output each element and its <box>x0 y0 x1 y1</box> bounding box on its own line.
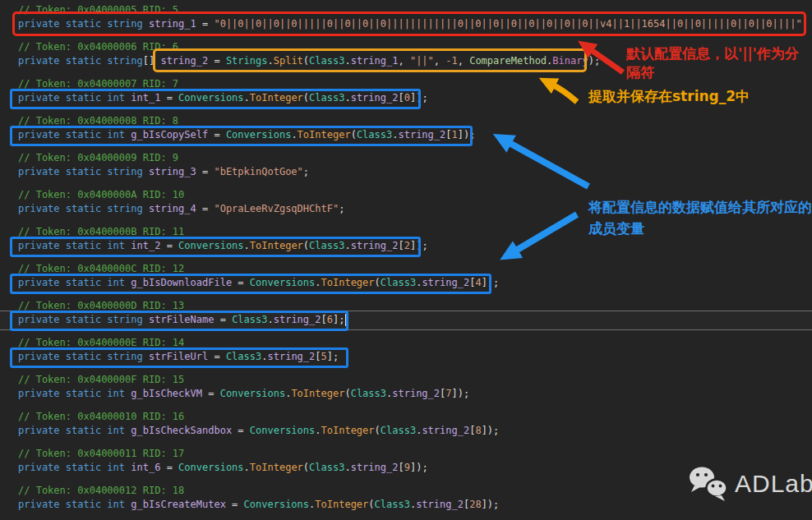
code-block: // Token: 0x04000010 RID: 16private stat… <box>18 411 808 448</box>
code-block: // Token: 0x04000009 RID: 9private stati… <box>18 152 808 189</box>
code-block: // Token: 0x0400000C RID: 12private stat… <box>18 263 808 300</box>
annotation-assign-members: 将配置信息的数据赋值给其所对应的 成员变量 <box>588 196 812 239</box>
annotation-extract-save: 提取并保存在string_2中 <box>588 87 750 106</box>
code-line[interactable]: private static int g_bIsDownloadFile = C… <box>18 277 808 289</box>
text-caret <box>345 314 346 326</box>
code-comment: // Token: 0x04000010 RID: 16 <box>18 411 808 425</box>
decompiler-code-view: // Token: 0x04000005 RID: 5private stati… <box>0 0 812 520</box>
code-comment: // Token: 0x0400000E RID: 14 <box>18 337 808 351</box>
watermark: ADLab <box>687 464 812 504</box>
annotation-default-config: 默认配置信息，以'||'作为分隔符 <box>626 44 812 82</box>
code-line[interactable]: private static int g_bIsCheckSandbox = C… <box>18 425 808 437</box>
code-comment: // Token: 0x04000008 RID: 8 <box>18 115 808 129</box>
code-comment: // Token: 0x0400000D RID: 13 <box>18 300 808 314</box>
code-block: // Token: 0x04000005 RID: 5private stati… <box>18 4 808 41</box>
code-block: // Token: 0x0400000D RID: 13private stat… <box>18 300 808 337</box>
code-line[interactable]: private static string strFileName = Clas… <box>18 314 808 326</box>
code-comment: // Token: 0x04000005 RID: 5 <box>18 4 808 18</box>
code-block: // Token: 0x0400000E RID: 14private stat… <box>18 337 808 374</box>
code-line[interactable]: private static string strFileUrl = Class… <box>18 351 808 363</box>
watermark-label: ADLab <box>735 470 812 498</box>
code-comment: // Token: 0x04000011 RID: 17 <box>18 448 808 462</box>
code-block: // Token: 0x04000008 RID: 8private stati… <box>18 115 808 152</box>
code-line[interactable]: private static int g_bIsCopySelf = Conve… <box>18 129 808 141</box>
code-line[interactable]: private static int int_2 = Conversions.T… <box>18 240 808 252</box>
code-line[interactable]: private static string string_3 = "bEtpki… <box>18 166 808 178</box>
code-line[interactable]: private static string string_1 = "0||0||… <box>18 18 808 30</box>
code-comment: // Token: 0x0400000F RID: 15 <box>18 374 808 388</box>
code-comment: // Token: 0x04000009 RID: 9 <box>18 152 808 166</box>
wechat-icon <box>687 464 730 504</box>
code-block: // Token: 0x0400000F RID: 15private stat… <box>18 374 808 411</box>
code-line[interactable]: private static int g_bIsCheckVM = Conver… <box>18 388 808 400</box>
code-comment: // Token: 0x0400000C RID: 12 <box>18 263 808 277</box>
